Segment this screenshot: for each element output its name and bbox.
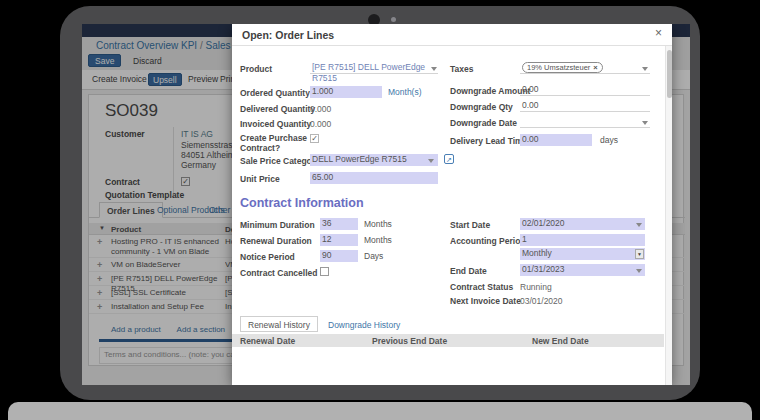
dropdown-caret-icon [431,67,437,71]
dropdown-caret-icon [636,269,642,273]
tax-tag[interactable]: 19% Umsatzsteuer× [522,62,603,73]
create-purchase-contract-label: Create Purchase Contract? [240,133,308,153]
notice-period-unit: Days [364,251,383,262]
invoiced-quantity-value: 0.000 [310,119,331,130]
tablet-stand-base [8,402,752,420]
accounting-period-unit-select[interactable]: Monthly [520,248,645,260]
downgrade-date-field[interactable] [520,116,650,128]
delivered-quantity-label: Delivered Quantity [240,104,315,114]
unit-price-field[interactable]: 65.00 [310,172,438,184]
modal-title: Open: Order Lines [242,29,334,41]
ordered-quantity-label: Ordered Quantity [240,88,310,98]
ordered-quantity-field[interactable]: 1.000 [310,86,382,98]
downgrade-date-label: Downgrade Date [450,118,517,128]
close-icon[interactable]: × [655,26,662,40]
accounting-period-field[interactable]: 1 [520,234,645,246]
start-date-field[interactable]: 02/01/2020 [520,218,645,230]
end-date-label: End Date [450,266,487,276]
downgrade-qty-field[interactable]: 0.00 [520,100,650,112]
sensor-dot-icon [391,17,396,22]
sale-price-category-label: Sale Price Category [240,156,320,166]
renewal-duration-label: Renewal Duration [240,236,312,246]
minimum-duration-field[interactable]: 36 [320,218,358,230]
notice-period-field[interactable]: 90 [320,250,358,262]
app-screen: Contract Overview KPI / Sales Contract /… [82,24,690,385]
contract-status-value: Running [520,282,552,293]
downgrade-amount-label: Downgrade Amount [450,86,530,96]
start-date-label: Start Date [450,220,490,230]
tablet-frame: Contract Overview KPI / Sales Contract /… [60,6,700,400]
ordered-quantity-unit: Month(s) [388,87,422,98]
select-arrow-icon[interactable]: ▼ [635,249,644,259]
contract-information-heading: Contract Information [240,196,364,210]
product-field[interactable]: [PE R7515] DELL PowerEdge R7515 [310,62,438,74]
delivery-lead-time-unit: days [600,135,618,146]
column-new-end-date[interactable]: New End Date [532,336,589,346]
contract-status-label: Contract Status [450,282,513,292]
unit-price-label: Unit Price [240,174,280,184]
sale-price-category-field[interactable]: DELL PowerEdge R7515 [310,154,438,166]
contract-cancelled-checkbox[interactable] [320,267,329,276]
modal-header: Open: Order Lines × [232,24,672,46]
invoiced-quantity-label: Invoiced Quantity [240,119,311,129]
check-icon: ✓ [311,134,318,143]
modal-scrollbar[interactable] [665,46,672,385]
renewal-duration-unit: Months [364,235,392,246]
next-invoice-date-label: Next Invoice Date [450,296,521,306]
accounting-period-label: Accounting Period [450,236,526,246]
history-table-header: Renewal Date Previous End Date New End D… [232,334,664,347]
scrollbar-thumb[interactable] [667,50,672,98]
minimum-duration-label: Minimum Duration [240,220,315,230]
next-invoice-date-value: 03/01/2020 [520,296,563,307]
tab-downgrade-history[interactable]: Downgrade History [328,320,400,330]
column-previous-end-date[interactable]: Previous End Date [372,336,447,346]
product-label: Product [240,64,272,74]
dropdown-caret-icon [642,121,648,125]
dropdown-caret-icon [642,67,648,71]
delivery-lead-time-label: Delivery Lead Time [450,136,527,146]
column-renewal-date[interactable]: Renewal Date [240,336,295,346]
renewal-duration-field[interactable]: 12 [320,234,358,246]
end-date-field[interactable]: 01/31/2023 [520,264,645,276]
dropdown-caret-icon [636,223,642,227]
tag-remove-icon[interactable]: × [593,63,597,72]
external-link-icon[interactable]: ↗ [444,154,454,164]
create-purchase-contract-checkbox[interactable]: ✓ [310,134,319,143]
downgrade-amount-field[interactable]: 0.00 [520,84,650,96]
contract-cancelled-label: Contract Cancelled [240,268,317,278]
minimum-duration-unit: Months [364,219,392,230]
downgrade-qty-label: Downgrade Qty [450,102,513,112]
delivery-lead-time-field[interactable]: 0.00 [520,134,592,146]
dropdown-caret-icon [428,159,434,163]
order-lines-modal: Open: Order Lines × Product [PE R7515] D… [232,24,672,385]
tablet-mockup: Contract Overview KPI / Sales Contract /… [0,0,760,420]
taxes-label: Taxes [450,64,473,74]
delivered-quantity-value: 0.000 [310,104,331,115]
notice-period-label: Notice Period [240,252,295,262]
tab-renewal-history[interactable]: Renewal History [240,316,318,332]
